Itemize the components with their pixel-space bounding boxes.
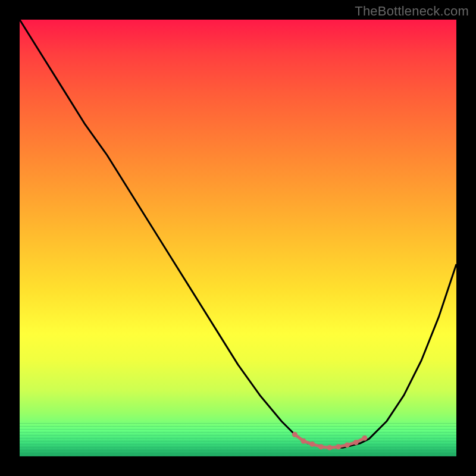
optimal-marker [353,440,359,445]
optimal-marker [292,432,298,437]
optimal-marker [309,441,315,447]
curve-path [20,20,456,447]
optimal-marker [336,444,341,449]
watermark-text: TheBottleneck.com [355,4,469,19]
bottleneck-curve [20,20,456,456]
optimal-marker [327,445,333,450]
optimal-marker [345,442,350,447]
optimal-marker [318,444,324,449]
plot-area [20,20,456,456]
chart-frame: TheBottleneck.com [0,0,476,476]
optimal-marker [362,436,367,441]
optimal-marker [301,439,306,444]
